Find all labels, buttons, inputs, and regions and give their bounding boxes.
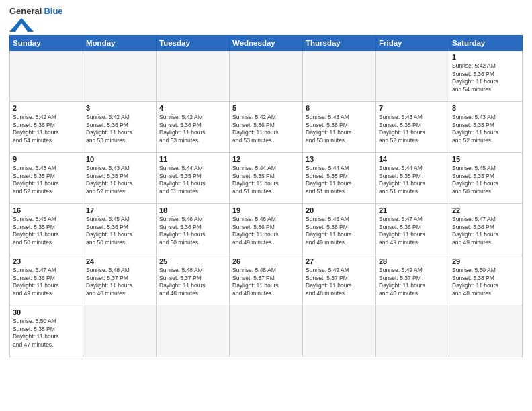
calendar-day-cell: 14Sunrise: 5:44 AM Sunset: 5:35 PM Dayli…	[376, 153, 449, 204]
day-info: Sunrise: 5:42 AM Sunset: 5:36 PM Dayligh…	[13, 113, 80, 144]
day-number: 24	[86, 257, 153, 265]
weekday-header-tuesday: Tuesday	[157, 36, 230, 51]
calendar-day-cell: 2Sunrise: 5:42 AM Sunset: 5:36 PM Daylig…	[10, 102, 83, 153]
day-number: 7	[379, 104, 446, 112]
calendar-day-cell: 18Sunrise: 5:46 AM Sunset: 5:36 PM Dayli…	[157, 204, 230, 255]
calendar-day-cell: 3Sunrise: 5:42 AM Sunset: 5:36 PM Daylig…	[83, 102, 157, 153]
calendar-day-cell: 23Sunrise: 5:47 AM Sunset: 5:36 PM Dayli…	[10, 255, 83, 306]
day-number: 5	[232, 104, 300, 112]
day-info: Sunrise: 5:47 AM Sunset: 5:36 PM Dayligh…	[452, 216, 519, 246]
calendar-day-cell	[230, 51, 303, 102]
calendar-day-cell	[303, 51, 376, 102]
day-info: Sunrise: 5:50 AM Sunset: 5:38 PM Dayligh…	[452, 267, 519, 298]
day-number: 4	[159, 104, 226, 112]
day-info: Sunrise: 5:46 AM Sunset: 5:36 PM Dayligh…	[306, 216, 373, 246]
day-info: Sunrise: 5:42 AM Sunset: 5:36 PM Dayligh…	[86, 113, 153, 144]
calendar-day-cell: 29Sunrise: 5:50 AM Sunset: 5:38 PM Dayli…	[449, 255, 523, 306]
calendar-day-cell: 7Sunrise: 5:43 AM Sunset: 5:35 PM Daylig…	[376, 102, 449, 153]
day-info: Sunrise: 5:43 AM Sunset: 5:35 PM Dayligh…	[86, 165, 153, 195]
calendar-day-cell: 5Sunrise: 5:42 AM Sunset: 5:36 PM Daylig…	[230, 102, 303, 153]
calendar-week-row: 30Sunrise: 5:50 AM Sunset: 5:38 PM Dayli…	[10, 306, 523, 357]
calendar-day-cell: 22Sunrise: 5:47 AM Sunset: 5:36 PM Dayli…	[449, 204, 523, 255]
calendar-day-cell: 26Sunrise: 5:48 AM Sunset: 5:37 PM Dayli…	[230, 255, 303, 306]
day-info: Sunrise: 5:45 AM Sunset: 5:36 PM Dayligh…	[86, 216, 153, 246]
day-number: 25	[159, 257, 226, 265]
day-info: Sunrise: 5:44 AM Sunset: 5:35 PM Dayligh…	[232, 165, 300, 195]
day-info: Sunrise: 5:50 AM Sunset: 5:38 PM Dayligh…	[13, 318, 80, 349]
day-info: Sunrise: 5:42 AM Sunset: 5:36 PM Dayligh…	[452, 62, 519, 93]
calendar-day-cell: 10Sunrise: 5:43 AM Sunset: 5:35 PM Dayli…	[83, 153, 157, 204]
weekday-header-sunday: Sunday	[10, 36, 83, 51]
day-info: Sunrise: 5:43 AM Sunset: 5:35 PM Dayligh…	[452, 113, 519, 144]
day-number: 12	[232, 155, 300, 163]
calendar-day-cell: 15Sunrise: 5:45 AM Sunset: 5:35 PM Dayli…	[449, 153, 523, 204]
calendar-day-cell	[83, 306, 157, 357]
weekday-header-friday: Friday	[376, 36, 449, 51]
header: General Blue	[9, 7, 523, 32]
day-info: Sunrise: 5:44 AM Sunset: 5:35 PM Dayligh…	[379, 165, 446, 195]
calendar-day-cell: 17Sunrise: 5:45 AM Sunset: 5:36 PM Dayli…	[83, 204, 157, 255]
calendar-day-cell: 25Sunrise: 5:48 AM Sunset: 5:37 PM Dayli…	[157, 255, 230, 306]
calendar-day-cell	[449, 306, 523, 357]
day-number: 10	[86, 155, 153, 163]
calendar-day-cell	[230, 306, 303, 357]
calendar-day-cell: 9Sunrise: 5:43 AM Sunset: 5:35 PM Daylig…	[10, 153, 83, 204]
day-number: 20	[306, 206, 373, 214]
day-number: 8	[452, 104, 519, 112]
logo-blue: Blue	[44, 7, 62, 16]
day-number: 9	[13, 155, 80, 163]
day-info: Sunrise: 5:43 AM Sunset: 5:36 PM Dayligh…	[306, 113, 373, 144]
day-number: 13	[306, 155, 373, 163]
calendar-day-cell	[303, 306, 376, 357]
day-info: Sunrise: 5:45 AM Sunset: 5:35 PM Dayligh…	[452, 165, 519, 195]
logo-general: General	[9, 7, 42, 16]
calendar-day-cell: 11Sunrise: 5:44 AM Sunset: 5:35 PM Dayli…	[157, 153, 230, 204]
day-number: 26	[232, 257, 300, 265]
day-info: Sunrise: 5:47 AM Sunset: 5:36 PM Dayligh…	[13, 267, 80, 298]
day-info: Sunrise: 5:42 AM Sunset: 5:36 PM Dayligh…	[159, 113, 226, 144]
day-number: 19	[232, 206, 300, 214]
day-info: Sunrise: 5:48 AM Sunset: 5:37 PM Dayligh…	[232, 267, 300, 298]
calendar-week-row: 16Sunrise: 5:45 AM Sunset: 5:35 PM Dayli…	[10, 204, 523, 255]
day-info: Sunrise: 5:49 AM Sunset: 5:37 PM Dayligh…	[379, 267, 446, 298]
calendar-table: SundayMondayTuesdayWednesdayThursdayFrid…	[9, 35, 523, 357]
calendar-day-cell: 28Sunrise: 5:49 AM Sunset: 5:37 PM Dayli…	[376, 255, 449, 306]
generalblue-logo-icon	[9, 17, 34, 32]
day-number: 15	[452, 155, 519, 163]
calendar-day-cell: 6Sunrise: 5:43 AM Sunset: 5:36 PM Daylig…	[303, 102, 376, 153]
day-info: Sunrise: 5:48 AM Sunset: 5:37 PM Dayligh…	[86, 267, 153, 298]
day-info: Sunrise: 5:49 AM Sunset: 5:37 PM Dayligh…	[306, 267, 373, 298]
day-number: 2	[13, 104, 80, 112]
calendar-week-row: 1Sunrise: 5:42 AM Sunset: 5:36 PM Daylig…	[10, 51, 523, 102]
day-number: 11	[159, 155, 226, 163]
day-number: 22	[452, 206, 519, 214]
day-number: 14	[379, 155, 446, 163]
weekday-header-row: SundayMondayTuesdayWednesdayThursdayFrid…	[10, 36, 523, 51]
weekday-header-monday: Monday	[83, 36, 157, 51]
calendar-day-cell: 1Sunrise: 5:42 AM Sunset: 5:36 PM Daylig…	[449, 51, 523, 102]
calendar-day-cell	[376, 51, 449, 102]
calendar-week-row: 23Sunrise: 5:47 AM Sunset: 5:36 PM Dayli…	[10, 255, 523, 306]
day-number: 6	[306, 104, 373, 112]
calendar-day-cell	[157, 306, 230, 357]
calendar-day-cell: 24Sunrise: 5:48 AM Sunset: 5:37 PM Dayli…	[83, 255, 157, 306]
day-info: Sunrise: 5:48 AM Sunset: 5:37 PM Dayligh…	[159, 267, 226, 298]
day-info: Sunrise: 5:44 AM Sunset: 5:35 PM Dayligh…	[306, 165, 373, 195]
calendar-day-cell: 12Sunrise: 5:44 AM Sunset: 5:35 PM Dayli…	[230, 153, 303, 204]
day-info: Sunrise: 5:46 AM Sunset: 5:36 PM Dayligh…	[232, 216, 300, 246]
day-number: 30	[13, 308, 80, 316]
calendar-day-cell: 27Sunrise: 5:49 AM Sunset: 5:37 PM Dayli…	[303, 255, 376, 306]
day-number: 16	[13, 206, 80, 214]
calendar-day-cell: 20Sunrise: 5:46 AM Sunset: 5:36 PM Dayli…	[303, 204, 376, 255]
calendar-day-cell: 21Sunrise: 5:47 AM Sunset: 5:36 PM Dayli…	[376, 204, 449, 255]
day-info: Sunrise: 5:47 AM Sunset: 5:36 PM Dayligh…	[379, 216, 446, 246]
calendar-day-cell	[157, 51, 230, 102]
day-number: 21	[379, 206, 446, 214]
day-number: 23	[13, 257, 80, 265]
calendar-day-cell	[83, 51, 157, 102]
calendar-day-cell	[376, 306, 449, 357]
calendar-week-row: 2Sunrise: 5:42 AM Sunset: 5:36 PM Daylig…	[10, 102, 523, 153]
day-info: Sunrise: 5:43 AM Sunset: 5:35 PM Dayligh…	[379, 113, 446, 144]
calendar-day-cell: 16Sunrise: 5:45 AM Sunset: 5:35 PM Dayli…	[10, 204, 83, 255]
day-info: Sunrise: 5:45 AM Sunset: 5:35 PM Dayligh…	[13, 216, 80, 246]
